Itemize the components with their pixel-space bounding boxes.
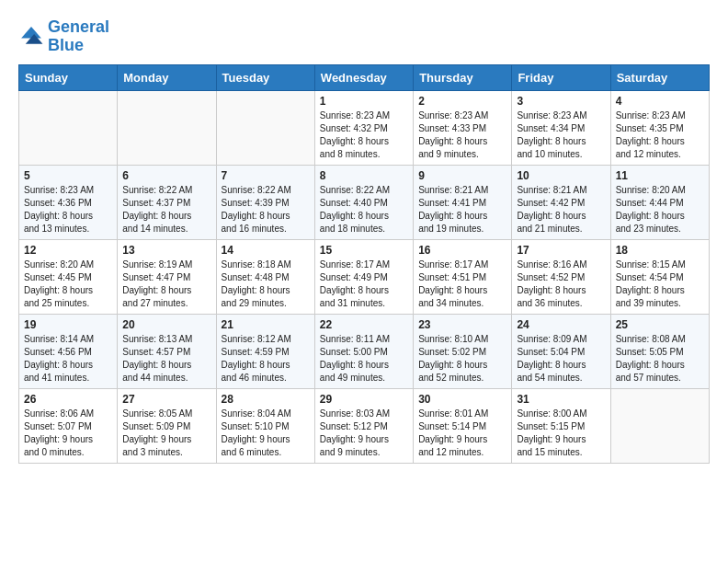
- day-cell: 2Sunrise: 8:23 AM Sunset: 4:33 PM Daylig…: [414, 90, 512, 165]
- day-number: 23: [418, 318, 506, 331]
- week-row-5: 26Sunrise: 8:06 AM Sunset: 5:07 PM Dayli…: [19, 388, 710, 463]
- day-info: Sunrise: 8:00 AM Sunset: 5:15 PM Dayligh…: [517, 408, 605, 459]
- day-number: 13: [122, 244, 210, 257]
- day-number: 3: [517, 95, 605, 108]
- day-cell: 5Sunrise: 8:23 AM Sunset: 4:36 PM Daylig…: [19, 165, 118, 239]
- day-cell: 23Sunrise: 8:10 AM Sunset: 5:02 PM Dayli…: [414, 314, 512, 388]
- day-number: 2: [418, 95, 506, 108]
- day-number: 1: [320, 95, 408, 108]
- header-row: SundayMondayTuesdayWednesdayThursdayFrid…: [19, 64, 710, 90]
- day-cell: 28Sunrise: 8:04 AM Sunset: 5:10 PM Dayli…: [216, 388, 314, 463]
- day-number: 19: [24, 318, 112, 331]
- day-info: Sunrise: 8:20 AM Sunset: 4:44 PM Dayligh…: [616, 184, 704, 236]
- day-cell: 31Sunrise: 8:00 AM Sunset: 5:15 PM Dayli…: [512, 388, 610, 463]
- col-header-sunday: Sunday: [19, 64, 118, 90]
- day-number: 10: [517, 169, 605, 182]
- day-info: Sunrise: 8:23 AM Sunset: 4:33 PM Dayligh…: [418, 109, 506, 161]
- day-info: Sunrise: 8:23 AM Sunset: 4:34 PM Dayligh…: [517, 109, 605, 161]
- day-cell: 17Sunrise: 8:16 AM Sunset: 4:52 PM Dayli…: [512, 239, 610, 314]
- day-cell: 4Sunrise: 8:23 AM Sunset: 4:35 PM Daylig…: [610, 90, 709, 165]
- day-number: 20: [122, 318, 210, 331]
- logo-text: General Blue: [48, 18, 109, 55]
- day-info: Sunrise: 8:04 AM Sunset: 5:10 PM Dayligh…: [222, 408, 310, 459]
- day-cell: 7Sunrise: 8:22 AM Sunset: 4:39 PM Daylig…: [216, 165, 314, 239]
- day-cell: 18Sunrise: 8:15 AM Sunset: 4:54 PM Dayli…: [610, 239, 709, 314]
- day-number: 31: [517, 393, 605, 406]
- day-number: 11: [616, 169, 704, 182]
- day-number: 14: [222, 244, 310, 257]
- day-number: 22: [320, 318, 408, 331]
- day-number: 17: [517, 244, 605, 257]
- day-info: Sunrise: 8:23 AM Sunset: 4:35 PM Dayligh…: [616, 109, 704, 161]
- day-info: Sunrise: 8:06 AM Sunset: 5:07 PM Dayligh…: [24, 408, 112, 459]
- day-number: 8: [320, 169, 408, 182]
- col-header-wednesday: Wednesday: [314, 64, 413, 90]
- day-number: 12: [24, 244, 112, 257]
- page-header: General Blue: [18, 18, 710, 55]
- col-header-tuesday: Tuesday: [216, 64, 314, 90]
- day-info: Sunrise: 8:19 AM Sunset: 4:47 PM Dayligh…: [122, 259, 210, 310]
- day-cell: [118, 90, 216, 165]
- day-cell: 8Sunrise: 8:22 AM Sunset: 4:40 PM Daylig…: [314, 165, 413, 239]
- day-info: Sunrise: 8:03 AM Sunset: 5:12 PM Dayligh…: [320, 408, 408, 459]
- day-cell: [610, 388, 709, 463]
- day-cell: 24Sunrise: 8:09 AM Sunset: 5:04 PM Dayli…: [512, 314, 610, 388]
- day-cell: 3Sunrise: 8:23 AM Sunset: 4:34 PM Daylig…: [512, 90, 610, 165]
- day-number: 9: [418, 169, 506, 182]
- day-number: 21: [222, 318, 310, 331]
- day-info: Sunrise: 8:17 AM Sunset: 4:51 PM Dayligh…: [418, 259, 506, 310]
- day-info: Sunrise: 8:20 AM Sunset: 4:45 PM Dayligh…: [24, 259, 112, 310]
- day-cell: 20Sunrise: 8:13 AM Sunset: 4:57 PM Dayli…: [118, 314, 216, 388]
- day-cell: 11Sunrise: 8:20 AM Sunset: 4:44 PM Dayli…: [610, 165, 709, 239]
- day-number: 5: [24, 169, 112, 182]
- day-cell: 30Sunrise: 8:01 AM Sunset: 5:14 PM Dayli…: [414, 388, 512, 463]
- calendar-table: SundayMondayTuesdayWednesdayThursdayFrid…: [18, 64, 710, 464]
- day-info: Sunrise: 8:15 AM Sunset: 4:54 PM Dayligh…: [616, 259, 704, 310]
- logo: General Blue: [18, 18, 109, 55]
- day-info: Sunrise: 8:23 AM Sunset: 4:36 PM Dayligh…: [24, 184, 112, 236]
- day-number: 15: [320, 244, 408, 257]
- week-row-3: 12Sunrise: 8:20 AM Sunset: 4:45 PM Dayli…: [19, 239, 710, 314]
- day-cell: 12Sunrise: 8:20 AM Sunset: 4:45 PM Dayli…: [19, 239, 118, 314]
- day-cell: [216, 90, 314, 165]
- day-info: Sunrise: 8:05 AM Sunset: 5:09 PM Dayligh…: [122, 408, 210, 459]
- day-info: Sunrise: 8:14 AM Sunset: 4:56 PM Dayligh…: [24, 333, 112, 385]
- day-cell: 13Sunrise: 8:19 AM Sunset: 4:47 PM Dayli…: [118, 239, 216, 314]
- day-info: Sunrise: 8:11 AM Sunset: 5:00 PM Dayligh…: [320, 333, 408, 385]
- col-header-thursday: Thursday: [414, 64, 512, 90]
- day-number: 27: [122, 393, 210, 406]
- day-cell: 25Sunrise: 8:08 AM Sunset: 5:05 PM Dayli…: [610, 314, 709, 388]
- day-number: 28: [222, 393, 310, 406]
- day-number: 30: [418, 393, 506, 406]
- day-cell: 16Sunrise: 8:17 AM Sunset: 4:51 PM Dayli…: [414, 239, 512, 314]
- day-cell: 21Sunrise: 8:12 AM Sunset: 4:59 PM Dayli…: [216, 314, 314, 388]
- day-info: Sunrise: 8:12 AM Sunset: 4:59 PM Dayligh…: [222, 333, 310, 385]
- day-number: 24: [517, 318, 605, 331]
- day-cell: [19, 90, 118, 165]
- day-info: Sunrise: 8:10 AM Sunset: 5:02 PM Dayligh…: [418, 333, 506, 385]
- day-cell: 19Sunrise: 8:14 AM Sunset: 4:56 PM Dayli…: [19, 314, 118, 388]
- day-info: Sunrise: 8:22 AM Sunset: 4:39 PM Dayligh…: [222, 184, 310, 236]
- day-cell: 29Sunrise: 8:03 AM Sunset: 5:12 PM Dayli…: [314, 388, 413, 463]
- day-info: Sunrise: 8:18 AM Sunset: 4:48 PM Dayligh…: [222, 259, 310, 310]
- day-info: Sunrise: 8:09 AM Sunset: 5:04 PM Dayligh…: [517, 333, 605, 385]
- week-row-2: 5Sunrise: 8:23 AM Sunset: 4:36 PM Daylig…: [19, 165, 710, 239]
- day-number: 25: [616, 318, 704, 331]
- col-header-friday: Friday: [512, 64, 610, 90]
- day-cell: 9Sunrise: 8:21 AM Sunset: 4:41 PM Daylig…: [414, 165, 512, 239]
- day-number: 16: [418, 244, 506, 257]
- day-number: 29: [320, 393, 408, 406]
- logo-icon: [18, 24, 44, 50]
- day-cell: 1Sunrise: 8:23 AM Sunset: 4:32 PM Daylig…: [314, 90, 413, 165]
- day-cell: 22Sunrise: 8:11 AM Sunset: 5:00 PM Dayli…: [314, 314, 413, 388]
- day-cell: 26Sunrise: 8:06 AM Sunset: 5:07 PM Dayli…: [19, 388, 118, 463]
- day-cell: 10Sunrise: 8:21 AM Sunset: 4:42 PM Dayli…: [512, 165, 610, 239]
- svg-marker-0: [21, 27, 41, 38]
- day-info: Sunrise: 8:08 AM Sunset: 5:05 PM Dayligh…: [616, 333, 704, 385]
- day-info: Sunrise: 8:13 AM Sunset: 4:57 PM Dayligh…: [122, 333, 210, 385]
- col-header-monday: Monday: [118, 64, 216, 90]
- day-info: Sunrise: 8:21 AM Sunset: 4:42 PM Dayligh…: [517, 184, 605, 236]
- col-header-saturday: Saturday: [610, 64, 709, 90]
- week-row-4: 19Sunrise: 8:14 AM Sunset: 4:56 PM Dayli…: [19, 314, 710, 388]
- day-info: Sunrise: 8:16 AM Sunset: 4:52 PM Dayligh…: [517, 259, 605, 310]
